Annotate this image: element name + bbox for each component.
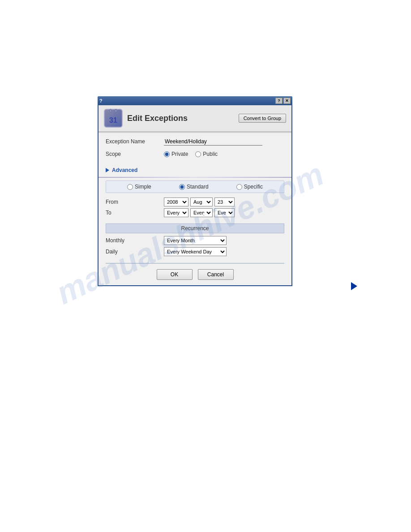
monthly-select[interactable]: Every Month Every Other Month Every 3 Mo… (164, 236, 227, 245)
calendar-number: 31 (109, 116, 117, 124)
recurrence-section: Monthly Every Month Every Other Month Ev… (98, 235, 291, 259)
mode-row: Simple Standard Specific (106, 180, 284, 193)
help-button[interactable]: ? (275, 98, 283, 104)
from-day-select[interactable]: 1234 5678 9101112 13141516 17181920 2122… (214, 197, 235, 206)
bottom-divider (106, 263, 284, 264)
ok-button[interactable]: OK (157, 269, 193, 280)
mode-standard-label[interactable]: Standard (179, 184, 209, 190)
to-selects: Every Year 2008 2009 2010 Every Month Ja… (164, 208, 235, 217)
recurrence-header: Recurrence (106, 223, 284, 233)
pin-left (110, 109, 111, 112)
daily-row: Daily Every Weekend Day Every Weekday Ev… (106, 247, 284, 256)
right-arrow-icon (351, 282, 357, 290)
dialog-header: 31 Edit Exceptions Convert to Group (98, 105, 291, 132)
monthly-row: Monthly Every Month Every Other Month Ev… (106, 236, 284, 245)
daily-select[interactable]: Every Weekend Day Every Weekday Every Da… (164, 247, 227, 256)
calendar-pins (110, 109, 117, 112)
title-bar: ? ? ✕ (98, 96, 292, 105)
scope-public-radio[interactable] (195, 151, 201, 157)
scope-public-text: Public (203, 151, 218, 157)
advanced-label: Advanced (112, 167, 137, 173)
exception-name-label: Exception Name (106, 138, 164, 145)
exception-name-input[interactable] (164, 138, 262, 146)
mode-simple-radio[interactable] (127, 184, 133, 190)
mode-standard-radio[interactable] (179, 184, 185, 190)
from-label: From (106, 199, 164, 205)
to-row: To Every Year 2008 2009 2010 Every Month… (106, 208, 284, 217)
dialog-body: 31 Edit Exceptions Convert to Group Exce… (98, 105, 292, 286)
to-month-select[interactable]: Every Month Jan Feb Mar (190, 208, 213, 217)
advanced-divider (98, 177, 291, 178)
to-year-select[interactable]: Every Year 2008 2009 2010 (164, 208, 188, 217)
buttons-row: OK Cancel (98, 267, 291, 280)
from-row: From 2008 2009 2010 Jan Feb Mar Apr Ma (106, 197, 284, 206)
mode-standard-text: Standard (187, 184, 209, 190)
scope-label: Scope (106, 151, 164, 157)
monthly-label: Monthly (106, 237, 164, 244)
from-month-select[interactable]: Jan Feb Mar Apr May Jun Jul Aug Sep Oct … (190, 197, 213, 206)
scope-private-radio[interactable] (164, 151, 170, 157)
mode-simple-label[interactable]: Simple (127, 184, 151, 190)
from-year-select[interactable]: 2008 2009 2010 (164, 197, 188, 206)
scope-radio-group: Private Public (164, 151, 284, 157)
mode-simple-text: Simple (135, 184, 151, 190)
exception-name-row: Exception Name (106, 137, 284, 146)
exception-name-section: Exception Name Scope Private (98, 133, 291, 165)
close-button[interactable]: ✕ (283, 98, 291, 104)
advanced-triangle-icon (106, 168, 109, 172)
edit-exceptions-dialog: ? ? ✕ 31 Edit Exceptions Convert to Grou… (98, 96, 292, 286)
dialog-title: Edit Exceptions (127, 114, 234, 123)
scope-private-text: Private (171, 151, 188, 157)
calendar-icon: 31 (104, 109, 123, 128)
to-label: To (106, 210, 164, 216)
advanced-row[interactable]: Advanced (98, 165, 291, 175)
pin-right (115, 109, 117, 112)
exception-name-control (164, 138, 284, 146)
from-selects: 2008 2009 2010 Jan Feb Mar Apr May Jun J… (164, 197, 235, 206)
title-bar-controls: ? ✕ (275, 98, 291, 104)
mode-specific-label[interactable]: Specific (236, 184, 263, 190)
scope-row: Scope Private Public (106, 149, 284, 159)
page-background: manualshhive.com ? ? ✕ 31 (0, 0, 411, 532)
scope-public-label[interactable]: Public (195, 151, 218, 157)
daily-label: Daily (106, 249, 164, 255)
mode-specific-text: Specific (244, 184, 263, 190)
scope-private-label[interactable]: Private (164, 151, 188, 157)
to-day-select[interactable]: Every Day 1 2 31 (214, 208, 235, 217)
mode-specific-radio[interactable] (236, 184, 242, 190)
help-icon[interactable]: ? (99, 98, 103, 103)
from-to-section: From 2008 2009 2010 Jan Feb Mar Apr Ma (98, 196, 291, 221)
convert-to-group-button[interactable]: Convert to Group (239, 114, 286, 123)
cancel-button[interactable]: Cancel (198, 269, 234, 280)
